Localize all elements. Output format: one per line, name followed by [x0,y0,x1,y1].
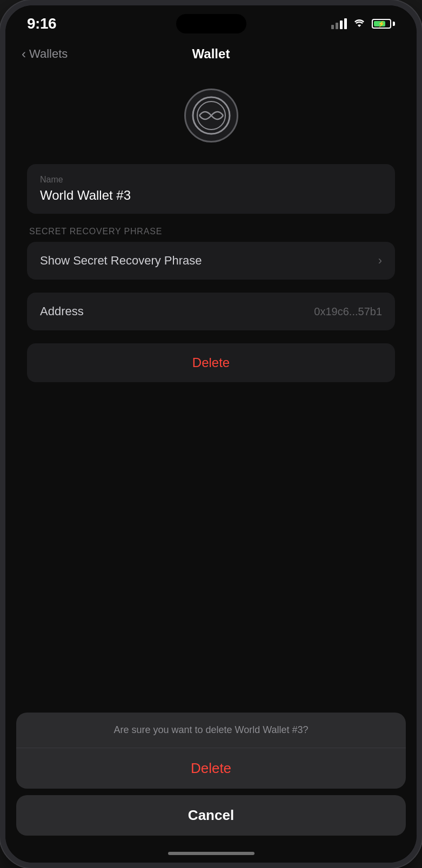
action-sheet-message: Are sure you want to delete World Wallet… [16,713,406,748]
show-recovery-phrase-button[interactable]: Show Secret Recovery Phrase › [27,242,395,280]
wallet-logo [27,89,395,143]
name-card: Name World Wallet #3 [27,164,395,214]
home-indicator [168,852,254,855]
address-card: Address 0x19c6...57b1 [27,293,395,330]
address-value: 0x19c6...57b1 [314,306,382,318]
nav-bar: ‹ Wallets Wallet [5,38,417,67]
action-sheet: Are sure you want to delete World Wallet… [16,713,406,789]
cancel-button[interactable]: Cancel [16,795,406,836]
show-recovery-phrase-text: Show Secret Recovery Phrase [40,254,202,268]
chevron-left-icon: ‹ [22,46,26,62]
name-label: Name [40,175,382,185]
delete-button[interactable]: Delete [27,343,395,382]
delete-section: Delete [27,343,395,382]
recovery-phrase-section: SECRET RECOVERY PHRASE Show Secret Recov… [27,227,395,280]
wifi-icon [353,18,365,30]
name-section: Name World Wallet #3 [27,164,395,214]
action-sheet-delete-button[interactable]: Delete [16,748,406,789]
status-icons: ⚡ [331,18,395,30]
phone-inner: 9:16 ⚡ [5,5,417,863]
back-label: Wallets [29,47,68,61]
chevron-right-icon: › [378,254,382,268]
page-title: Wallet [192,46,230,62]
logo-circle [184,89,238,143]
battery-icon: ⚡ [372,19,395,29]
back-button[interactable]: ‹ Wallets [22,46,68,62]
phone-frame: 9:16 ⚡ [0,0,422,868]
signal-icon [331,18,347,29]
address-label: Address [40,304,84,318]
address-section: Address 0x19c6...57b1 [27,293,395,330]
bottom-overlay: Are sure you want to delete World Wallet… [5,713,417,863]
dynamic-island [176,14,246,33]
recovery-phrase-label: SECRET RECOVERY PHRASE [27,227,395,236]
name-value: World Wallet #3 [40,188,382,203]
status-time: 9:16 [27,15,56,32]
delete-label: Delete [192,355,230,370]
